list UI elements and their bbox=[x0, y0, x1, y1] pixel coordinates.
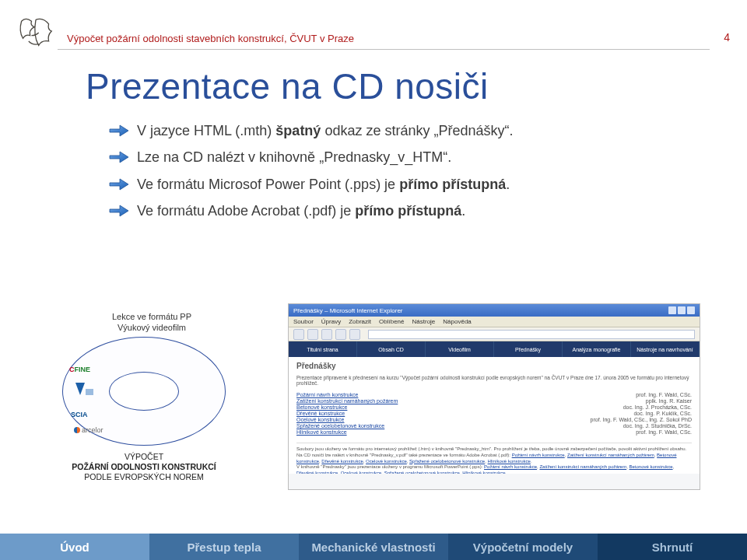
menu-item: Soubor bbox=[293, 318, 314, 325]
inline-link: Požární návrh konstrukce bbox=[512, 453, 565, 457]
lecture-row: Zatížení konstrukcí namáhaných požárempp… bbox=[296, 398, 692, 404]
refresh-icon bbox=[335, 329, 346, 340]
nav-item: Přednášky bbox=[494, 341, 563, 357]
minimize-icon bbox=[668, 306, 676, 314]
lecture-row: Betonové konstrukcedoc. Ing. J. Procházk… bbox=[296, 404, 692, 410]
bullet-item: Ve formátu Microsof Power Point (.pps) j… bbox=[109, 175, 685, 194]
forward-icon bbox=[307, 329, 318, 340]
oval-label-video: Výukový videofilm bbox=[97, 322, 206, 333]
page-heading: Přednášky bbox=[296, 362, 692, 370]
brand-tno-logo bbox=[74, 381, 96, 397]
arrow-icon bbox=[109, 150, 129, 164]
inline-link: Zatížení konstrukcí namáhaných požárem bbox=[567, 453, 654, 457]
brand-fine-logo: CFINE bbox=[69, 366, 90, 373]
browser-menubar: Soubor Úpravy Zobrazit Oblíbené Nástroje… bbox=[289, 317, 700, 327]
inline-link: Dřevěné konstrukce bbox=[296, 471, 338, 474]
brand-arcelor-logo: arcelor bbox=[74, 426, 103, 434]
browser-toolbar bbox=[289, 327, 700, 341]
menu-item: Úpravy bbox=[321, 318, 341, 325]
bullet-text: Lze na CD nalézt v knihovně „Prednasky_v… bbox=[137, 148, 451, 166]
menu-item: Nápověda bbox=[443, 318, 471, 325]
arcelor-dot-icon bbox=[74, 427, 80, 433]
caption-line: POŽÁRNÍ ODOLNOSTI KONSTRUKCÍ bbox=[62, 462, 226, 472]
lower-content: Lekce ve formátu PP Výukový videofilm CF… bbox=[62, 303, 685, 498]
page-footnote: Soubory jsou uloženy ve formátu pro inte… bbox=[296, 443, 692, 474]
footer-tab-prestup[interactable]: Přestup tepla bbox=[149, 534, 299, 560]
nav-item: Titulní strana bbox=[289, 341, 357, 357]
lecture-author: prof. Ing. F. Wald, CSc., Ing. Z. Sokol … bbox=[591, 417, 692, 422]
inline-link: Ocelové konstrukce bbox=[341, 471, 382, 474]
bullet-text: V jazyce HTML (.mth) špatný odkaz ze str… bbox=[137, 121, 514, 140]
window-buttons bbox=[668, 306, 695, 314]
lecture-row: Hliníkové konstrukceprof. Ing. F. Wald, … bbox=[296, 429, 692, 435]
header-breadcrumb: Výpočet požární odolnosti stavebních kon… bbox=[58, 8, 710, 50]
page-description: Prezentace připravené k přednesení na ku… bbox=[296, 375, 692, 386]
window-titlebar: Přednášky – Microsoft Internet Explorer bbox=[289, 304, 700, 317]
oval-top-labels: Lekce ve formátu PP Výukový videofilm bbox=[97, 311, 206, 334]
lecture-row: Požární návrh konstrukceprof. Ing. F. Wa… bbox=[296, 392, 692, 397]
nav-item: Analýza monografie bbox=[563, 341, 631, 357]
page-number: 4 bbox=[710, 8, 733, 44]
oval-label-lekce: Lekce ve formátu PP bbox=[97, 311, 206, 322]
inline-link: Ocelové konstrukce bbox=[366, 459, 407, 464]
footer-tabs: Úvod Přestup tepla Mechanické vlastnosti… bbox=[0, 534, 747, 560]
nav-item: Nástroje na navrhování bbox=[631, 341, 700, 357]
cd-oval-diagram: Lekce ve formátu PP Výukový videofilm CF… bbox=[62, 311, 241, 482]
brand-scia-logo: SCIA bbox=[71, 411, 88, 418]
bullet-text: Ve formátu Adobe Acrobat (.pdf) je přímo… bbox=[137, 201, 465, 220]
lecture-author: doc. Ing. J. Procházka, CSc. bbox=[623, 404, 692, 410]
menu-item: Zobrazit bbox=[349, 318, 371, 325]
lecture-row: Dřevěné konstrukcedoc. Ing. P. Kuklík, C… bbox=[296, 411, 692, 416]
embedded-browser-screenshot: Přednášky – Microsoft Internet Explorer … bbox=[288, 303, 700, 490]
oval-outer: CFINE SCIA arcelor bbox=[62, 337, 226, 446]
arrow-icon bbox=[109, 124, 129, 138]
cvut-lion-logo bbox=[14, 14, 58, 50]
bullet-list: V jazyce HTML (.mth) špatný odkaz ze str… bbox=[0, 121, 747, 220]
stop-icon bbox=[321, 329, 332, 340]
svg-rect-0 bbox=[86, 389, 93, 395]
maximize-icon bbox=[678, 306, 686, 314]
lecture-row: Ocelové konstrukceprof. Ing. F. Wald, CS… bbox=[296, 417, 692, 422]
footnote-line: V knihovně "Prednasky" jsou prezentace u… bbox=[296, 464, 692, 474]
footer-tab-modely[interactable]: Výpočetní modely bbox=[448, 534, 598, 560]
inline-link: Betonové konstrukce bbox=[630, 464, 673, 469]
caption-line: VÝPOČET bbox=[62, 452, 226, 462]
window-title: Přednášky – Microsoft Internet Explorer bbox=[293, 307, 403, 314]
lecture-author: doc. Ing. J. Studnička, DrSc. bbox=[623, 423, 692, 429]
page-header: Výpočet požární odolnosti stavebních kon… bbox=[0, 0, 747, 42]
lecture-link: Ocelové konstrukce bbox=[296, 417, 344, 422]
lecture-link: Dřevěné konstrukce bbox=[296, 411, 345, 416]
lecture-author: doc. Ing. P. Kuklík, CSc. bbox=[633, 411, 692, 416]
oval-caption: VÝPOČET POŽÁRNÍ ODOLNOSTI KONSTRUKCÍ POD… bbox=[62, 452, 226, 482]
caption-line: PODLE EVROPSKÝCH NOREM bbox=[62, 472, 226, 482]
oval-inner bbox=[109, 372, 179, 411]
footnote-line: Na CD nosiči lze nalézt v knihovně "Pred… bbox=[296, 453, 692, 465]
inline-link: Hliníkové konstrukce bbox=[488, 459, 531, 464]
footer-tab-uvod[interactable]: Úvod bbox=[0, 534, 149, 560]
footnote-line: Soubory jsou uloženy ve formátu pro inte… bbox=[296, 446, 692, 453]
site-navbar: Titulní strana Obsah CD Videofilm Předná… bbox=[289, 341, 700, 357]
menu-item: Oblíbené bbox=[379, 318, 404, 325]
lecture-author: prof. Ing. F. Wald, CSc. bbox=[636, 392, 692, 397]
inline-link: Dřevěné konstrukce bbox=[321, 459, 363, 464]
home-icon bbox=[349, 329, 360, 340]
lecture-link: Hliníkové konstrukce bbox=[296, 429, 347, 435]
arrow-icon bbox=[109, 177, 129, 191]
page-body: Přednášky Prezentace připravené k předne… bbox=[289, 357, 700, 474]
lecture-author: prof. Ing. F. Wald, CSc. bbox=[636, 429, 692, 435]
arrow-icon bbox=[109, 204, 129, 218]
close-icon bbox=[687, 306, 695, 314]
footer-tab-mech[interactable]: Mechanické vlastnosti bbox=[299, 534, 448, 560]
menu-item: Nástroje bbox=[412, 318, 436, 325]
address-bar bbox=[368, 330, 695, 339]
lecture-link: Zatížení konstrukcí namáhaných požárem bbox=[296, 398, 398, 404]
inline-link: Zatížení konstrukcí namáhaných požárem bbox=[539, 464, 626, 469]
bullet-item: Ve formátu Adobe Acrobat (.pdf) je přímo… bbox=[109, 201, 685, 220]
lecture-link: Betonové konstrukce bbox=[296, 404, 347, 410]
footer-tab-shrnuti[interactable]: Shrnutí bbox=[598, 534, 747, 560]
bullet-item: V jazyce HTML (.mth) špatný odkaz ze str… bbox=[109, 121, 685, 140]
nav-item: Videofilm bbox=[426, 341, 494, 357]
lecture-row: Spřažené ocelobetonové konstrukcedoc. In… bbox=[296, 423, 692, 429]
lecture-author: pplk. Ing. R. Kaiser bbox=[646, 398, 692, 404]
lecture-link: Požární návrh konstrukce bbox=[296, 392, 358, 397]
